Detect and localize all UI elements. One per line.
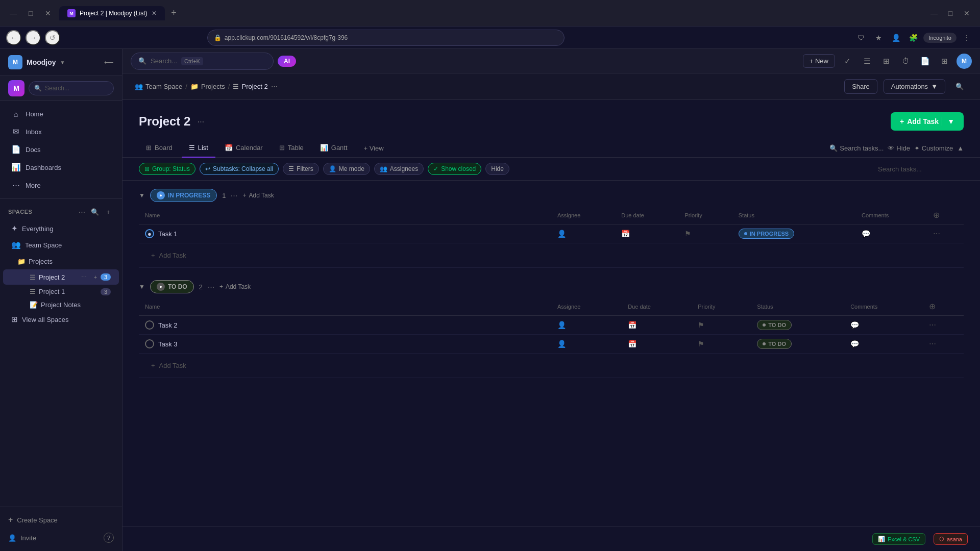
sidebar-item-inbox[interactable]: ✉ Inbox xyxy=(3,123,119,140)
task3-priority-cell[interactable]: ⚑ xyxy=(692,335,751,354)
tab-calendar[interactable]: 📅 Calendar xyxy=(217,139,270,158)
task2-more-cell[interactable]: ⋯ xyxy=(923,316,964,335)
close-button[interactable]: ✕ xyxy=(41,6,55,20)
task3-assignee-icon[interactable]: 👤 xyxy=(557,340,566,348)
active-tab[interactable]: M Project 2 | Moodjoy (List) ✕ xyxy=(59,6,165,20)
task-list-icon[interactable]: ☰ xyxy=(860,54,874,68)
ai-button[interactable]: AI xyxy=(278,56,296,67)
clock-icon[interactable]: ⏱ xyxy=(898,54,913,68)
task1-assignee-icon[interactable]: 👤 xyxy=(557,230,566,238)
sidebar-item-project-notes[interactable]: 📝 Project Notes xyxy=(3,298,119,311)
todo-badge[interactable]: ● TO DO xyxy=(150,280,194,293)
task1-status-cell[interactable]: IN PROGRESS xyxy=(732,224,855,243)
task2-assignee-cell[interactable]: 👤 xyxy=(551,316,622,335)
asana-badge[interactable]: ⬡ asana xyxy=(934,533,968,545)
task3-more-cell[interactable]: ⋯ xyxy=(923,335,964,354)
add-column-icon-1[interactable]: ⊕ xyxy=(933,211,940,219)
add-column-icon-2[interactable]: ⊕ xyxy=(929,302,936,311)
sidebar-item-project2[interactable]: ☰ Project 2 ⋯ + 3 xyxy=(3,269,119,285)
col-header-add-1[interactable]: ⊕ xyxy=(927,206,964,224)
task2-duedate-icon[interactable]: 📅 xyxy=(628,321,636,329)
task1-comment-icon[interactable]: 💬 xyxy=(862,230,870,238)
maximize-button[interactable]: □ xyxy=(23,6,38,20)
invite-button[interactable]: 👤 Invite ? xyxy=(0,529,122,547)
menu-icon[interactable]: ⋮ xyxy=(960,31,974,45)
back-button[interactable]: ← xyxy=(6,30,21,45)
sidebar-item-view-all-spaces[interactable]: ⊞ View all Spaces xyxy=(3,312,119,327)
breadcrumb-projects[interactable]: 📁 Projects xyxy=(190,83,225,90)
tab-close-button[interactable]: ✕ xyxy=(152,10,157,17)
task2-status-circle[interactable] xyxy=(145,320,154,330)
breadcrumb-team-space[interactable]: 👥 Team Space xyxy=(135,83,182,90)
assignees-button[interactable]: 👥 Assignees xyxy=(374,163,424,175)
file-icon[interactable]: 📄 xyxy=(918,54,932,68)
add-view-button[interactable]: + View xyxy=(357,139,391,157)
window-restore[interactable]: □ xyxy=(943,6,958,20)
todo-add-task-row-button[interactable]: + Add Task xyxy=(145,358,958,373)
todo-add-task-button[interactable]: + Add Task xyxy=(219,283,251,290)
task2-comment-icon[interactable]: 💬 xyxy=(850,321,859,329)
refresh-button[interactable]: ↺ xyxy=(45,30,60,45)
breadcrumb-more-button[interactable]: ⋯ xyxy=(271,83,278,90)
tab-gantt[interactable]: 📊 Gantt xyxy=(313,139,355,158)
tab-table[interactable]: ⊞ Table xyxy=(272,139,311,158)
task3-assignee-cell[interactable]: 👤 xyxy=(551,335,622,354)
task1-assignee-cell[interactable]: 👤 xyxy=(551,224,615,243)
sidebar-item-project1[interactable]: ☰ Project 1 3 xyxy=(3,285,119,298)
spaces-menu-button[interactable]: ⋯ xyxy=(76,206,87,217)
in-progress-group-menu-button[interactable]: ⋯ xyxy=(231,192,237,199)
user-avatar[interactable]: M xyxy=(957,54,972,69)
task2-comments-cell[interactable]: 💬 xyxy=(844,316,923,335)
task1-status-badge[interactable]: IN PROGRESS xyxy=(739,229,794,239)
group-todo-collapse-button[interactable]: ▼ xyxy=(139,283,145,290)
sidebar-item-more[interactable]: ⋯ More xyxy=(3,177,119,194)
sidebar-item-projects[interactable]: 📁 Projects ⋯ + xyxy=(3,254,119,269)
subtasks-filter[interactable]: ↩ Subtasks: Collapse all xyxy=(200,163,279,175)
new-button[interactable]: + New xyxy=(803,54,835,68)
task3-label[interactable]: Task 3 xyxy=(158,340,178,348)
sidebar-item-home[interactable]: ⌂ Home xyxy=(3,106,119,122)
hide-filter-button[interactable]: Hide xyxy=(485,163,509,175)
task2-status-cell[interactable]: TO DO xyxy=(751,316,844,335)
in-progress-add-task-button[interactable]: + Add Task xyxy=(242,192,274,199)
col-header-add-2[interactable]: ⊕ xyxy=(923,297,964,316)
grid-icon[interactable]: ⊞ xyxy=(937,54,951,68)
task2-duedate-cell[interactable]: 📅 xyxy=(622,316,692,335)
tab-board[interactable]: ⊞ Board xyxy=(139,139,180,158)
workspace-selector[interactable]: M Moodjoy ▼ xyxy=(8,55,65,69)
hide-button[interactable]: 👁 Hide xyxy=(888,144,910,152)
task3-comment-icon[interactable]: 💬 xyxy=(850,340,859,348)
project2-add-button[interactable]: + xyxy=(90,272,101,282)
window-minimize[interactable]: — xyxy=(927,6,941,20)
group-status-filter[interactable]: ⊞ Group: Status xyxy=(139,163,195,175)
minimize-button[interactable]: — xyxy=(6,6,20,20)
task3-duedate-cell[interactable]: 📅 xyxy=(622,335,692,354)
task1-comments-cell[interactable]: 💬 xyxy=(855,224,927,243)
profile-icon[interactable]: 👤 xyxy=(889,31,903,45)
url-bar[interactable]: 🔒 app.clickup.com/9016164592/v/l/8cpfg7g… xyxy=(207,30,565,46)
todo-group-menu-button[interactable]: ⋯ xyxy=(208,283,214,291)
customize-button[interactable]: ✦ Customize xyxy=(914,144,953,152)
task3-status-badge[interactable]: TO DO xyxy=(757,339,792,349)
task1-more-button[interactable]: ⋯ xyxy=(933,230,941,238)
in-progress-badge[interactable]: ● IN PROGRESS xyxy=(150,189,217,202)
task1-label[interactable]: Task 1 xyxy=(158,230,178,238)
task3-duedate-icon[interactable]: 📅 xyxy=(628,340,636,348)
projects-add-button[interactable]: + xyxy=(101,256,111,266)
task2-priority-cell[interactable]: ⚑ xyxy=(692,316,751,335)
excel-csv-badge[interactable]: 📊 Excel & CSV xyxy=(872,533,925,545)
sidebar-item-team-space[interactable]: 👥 Team Space ⋯ + xyxy=(3,237,119,253)
task1-status-circle[interactable]: ● xyxy=(145,229,154,238)
forward-button[interactable]: → xyxy=(26,30,41,45)
create-space-button[interactable]: + Create Space xyxy=(0,511,122,529)
group-in-progress-collapse-button[interactable]: ▼ xyxy=(139,192,145,199)
star-icon[interactable]: ★ xyxy=(871,31,886,45)
task1-priority-cell[interactable]: ⚑ xyxy=(678,224,732,243)
spaces-search-button[interactable]: 🔍 xyxy=(89,206,101,217)
sidebar-item-docs[interactable]: 📄 Docs xyxy=(3,141,119,158)
in-progress-add-task-row-button[interactable]: + Add Task xyxy=(145,247,958,263)
new-tab-button[interactable]: + xyxy=(167,6,181,20)
extension-icon[interactable]: 🧩 xyxy=(906,31,920,45)
sidebar-item-everything[interactable]: ✦ Everything xyxy=(3,221,119,236)
task3-more-button[interactable]: ⋯ xyxy=(929,340,937,348)
